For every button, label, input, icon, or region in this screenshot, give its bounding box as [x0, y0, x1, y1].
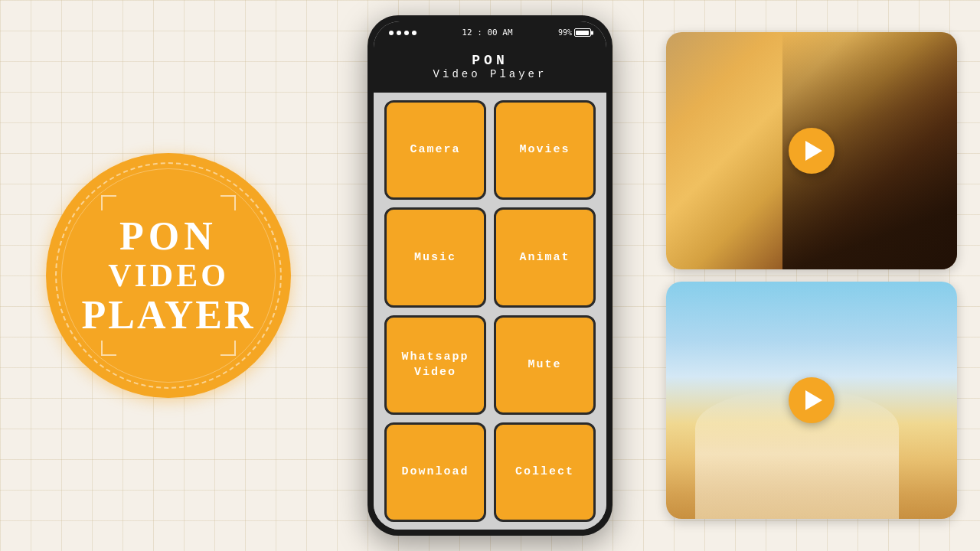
battery-fill	[576, 31, 588, 35]
page-container: PON Video Player 12 : 00 AM	[0, 0, 980, 551]
phone-mockup: 12 : 00 AM 99% PON Video Player Camera	[368, 15, 612, 536]
signal-dot-2	[397, 31, 401, 35]
btn-whatsapp-video[interactable]: WhatsappVideo	[384, 315, 486, 415]
corner-decorator-br	[220, 341, 236, 356]
btn-mute[interactable]: Mute	[494, 315, 596, 415]
center-section: 12 : 00 AM 99% PON Video Player Camera	[337, 15, 643, 536]
status-time: 12 : 00 AM	[462, 28, 512, 37]
signal-dot-4	[412, 31, 416, 35]
signal-dots	[389, 31, 416, 35]
logo-text: PON Video Player	[81, 214, 255, 337]
logo-line2: Video	[81, 258, 255, 293]
play-icon-2	[805, 390, 822, 410]
signal-dot-1	[389, 31, 394, 35]
logo-circle: PON Video Player	[46, 153, 291, 398]
app-title-top: PON	[381, 53, 599, 68]
right-section	[666, 32, 957, 519]
phone-screen: 12 : 00 AM 99% PON Video Player Camera	[374, 21, 606, 530]
corner-decorator-tl	[101, 195, 116, 210]
app-header: PON Video Player	[374, 44, 606, 93]
signal-dot-3	[404, 31, 409, 35]
app-title-bottom: Video Player	[381, 68, 599, 80]
btn-camera[interactable]: Camera	[384, 100, 486, 200]
play-button-1[interactable]	[789, 128, 835, 174]
btn-movies[interactable]: Movies	[494, 100, 596, 200]
play-icon-1	[805, 141, 822, 161]
corner-decorator-tr	[220, 195, 236, 210]
logo-line1: PON	[81, 214, 255, 258]
btn-music[interactable]: Music	[384, 207, 486, 307]
video-thumbnail-2[interactable]	[666, 282, 957, 519]
battery-indicator: 99%	[558, 28, 591, 37]
btn-collect[interactable]: Collect	[494, 422, 596, 522]
corner-decorator-bl	[101, 341, 116, 356]
battery-percent: 99%	[558, 28, 572, 37]
play-button-2[interactable]	[789, 377, 835, 423]
app-button-grid: Camera Movies Music Animat WhatsappVideo…	[374, 93, 606, 530]
status-bar: 12 : 00 AM 99%	[374, 21, 606, 44]
left-section: PON Video Player	[23, 153, 314, 398]
battery-bar	[574, 28, 591, 37]
btn-download[interactable]: Download	[384, 422, 486, 522]
logo-line3: Player	[81, 293, 255, 337]
video-thumbnail-1[interactable]	[666, 32, 957, 269]
btn-animat[interactable]: Animat	[494, 207, 596, 307]
